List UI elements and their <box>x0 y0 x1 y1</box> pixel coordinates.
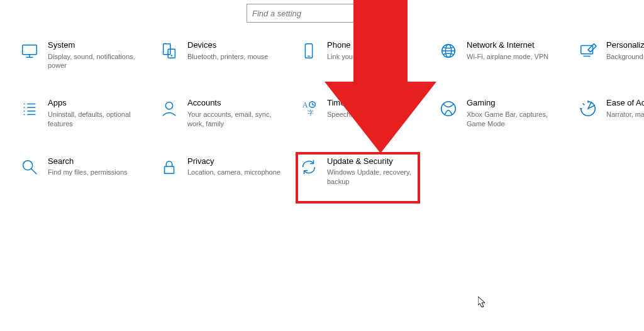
svg-line-31 <box>583 104 585 106</box>
svg-point-33 <box>23 160 33 170</box>
tile-devices[interactable]: Devices Bluetooth, printers, mouse <box>160 40 286 70</box>
accounts-icon <box>160 99 179 118</box>
tile-title: Personaliza <box>606 40 644 50</box>
tile-personalization[interactable]: Personaliza Background, <box>579 40 644 70</box>
tile-apps[interactable]: Apps Uninstall, defaults, optional featu… <box>20 98 146 128</box>
tile-desc: Location, camera, microphone <box>187 168 280 177</box>
tile-title: Gaming <box>467 98 565 108</box>
tile-title: Search <box>48 156 128 166</box>
svg-text:A: A <box>303 100 308 109</box>
tile-desc: Uninstall, defaults, optional features <box>48 110 146 129</box>
cursor-icon <box>478 296 487 308</box>
search-icon <box>383 9 392 18</box>
lock-icon <box>160 158 179 176</box>
personalization-icon <box>579 41 597 60</box>
svg-line-28 <box>313 105 314 106</box>
tile-title: Ease of Acc <box>606 98 644 108</box>
settings-grid: System Display, sound, notifications, po… <box>0 40 644 187</box>
tile-ease-of-access[interactable]: Ease of Acc Narrator, ma contrast <box>579 98 644 128</box>
svg-text:字: 字 <box>308 110 314 117</box>
tile-desc: Xbox Game Bar, captures, Game Mode <box>467 110 565 129</box>
tile-accounts[interactable]: Accounts Your accounts, email, sync, wor… <box>160 98 286 128</box>
svg-marker-37 <box>478 296 485 307</box>
search-input[interactable] <box>252 9 383 18</box>
tile-title: Time & L <box>327 98 370 108</box>
svg-rect-35 <box>165 166 174 173</box>
tile-title: Privacy <box>187 156 280 166</box>
tile-title: Update & Security <box>327 156 425 166</box>
tile-search[interactable]: Search Find my files, permissions <box>20 156 146 187</box>
svg-rect-6 <box>168 49 175 58</box>
time-language-icon: A 字 <box>299 99 318 118</box>
update-icon <box>299 158 318 176</box>
search-category-icon <box>20 158 39 176</box>
tile-time-language[interactable]: A 字 Time & L Speech, regio <box>299 98 425 128</box>
tile-system[interactable]: System Display, sound, notifications, po… <box>20 40 146 70</box>
tile-phone[interactable]: Phone Link your <box>299 40 425 70</box>
tile-title: Network & Internet <box>467 40 548 50</box>
tile-desc: Windows Update, recovery, backup <box>327 168 425 187</box>
tile-desc: Speech, regio <box>327 110 370 119</box>
apps-icon <box>20 99 39 118</box>
svg-rect-2 <box>23 45 37 55</box>
gaming-icon <box>439 99 458 118</box>
tile-desc: Find my files, permissions <box>48 168 128 177</box>
svg-line-1 <box>389 15 392 18</box>
tile-desc: Display, sound, notifications, power <box>48 52 146 71</box>
devices-icon <box>160 41 179 60</box>
svg-line-34 <box>31 168 36 173</box>
tile-title: Accounts <box>187 98 286 108</box>
tile-desc: Your accounts, email, sync, work, family <box>187 110 286 129</box>
search-box[interactable] <box>247 4 397 23</box>
tile-network[interactable]: Network & Internet Wi-Fi, airplane mode,… <box>439 40 565 70</box>
tile-desc: Narrator, ma contrast <box>606 110 644 119</box>
search-container <box>0 0 644 40</box>
globe-icon <box>439 41 458 60</box>
svg-point-7 <box>170 55 172 57</box>
ease-of-access-icon <box>579 99 597 118</box>
tile-title: Apps <box>48 98 146 108</box>
system-icon <box>20 41 39 60</box>
tile-desc: Background, <box>606 52 644 62</box>
tile-desc: Bluetooth, printers, mouse <box>187 52 268 62</box>
tile-title: System <box>48 40 146 50</box>
tile-title: Phone <box>327 40 355 50</box>
svg-point-23 <box>165 102 172 109</box>
tile-gaming[interactable]: Gaming Xbox Game Bar, captures, Game Mod… <box>439 98 565 128</box>
svg-point-0 <box>384 10 390 16</box>
tile-privacy[interactable]: Privacy Location, camera, microphone <box>160 156 286 187</box>
tile-title: Devices <box>187 40 268 50</box>
phone-icon <box>299 41 318 60</box>
tile-desc: Wi-Fi, airplane mode, VPN <box>467 52 548 62</box>
tile-update-security[interactable]: Update & Security Windows Update, recove… <box>299 156 425 187</box>
tile-desc: Link your <box>327 52 355 62</box>
